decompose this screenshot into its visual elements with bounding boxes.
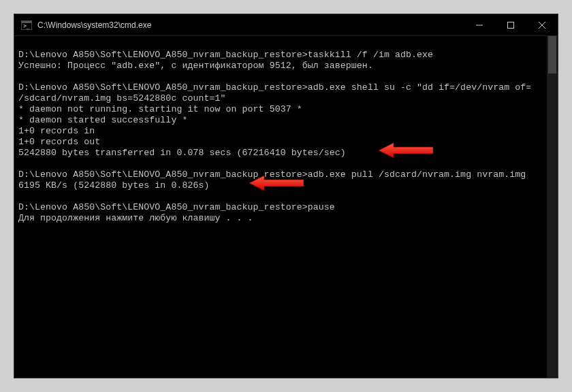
minimize-button[interactable]: [464, 14, 495, 35]
terminal-line: [18, 191, 554, 202]
svg-text:>_: >_: [23, 23, 30, 29]
titlebar[interactable]: >_ C:\Windows\system32\cmd.exe: [14, 14, 558, 36]
svg-rect-4: [508, 22, 514, 28]
scrollbar[interactable]: [547, 36, 558, 378]
terminal-line: Успешно: Процесс "adb.exe", с идентифика…: [18, 61, 554, 71]
window-controls: [464, 14, 558, 35]
terminal-line: D:\Lenovo A850\Soft\LENOVO_A850_nvram_ba…: [18, 50, 554, 61]
cmd-icon: >_: [21, 20, 32, 30]
terminal-line: * daemon started successfully *: [18, 115, 554, 126]
terminal-output[interactable]: D:\Lenovo A850\Soft\LENOVO_A850_nvram_ba…: [14, 36, 558, 378]
terminal-line: 1+0 records in: [18, 126, 554, 137]
terminal-line: Для продолжения нажмите любую клавишу . …: [18, 213, 554, 224]
terminal-line: [18, 159, 554, 169]
terminal-line: D:\Lenovo A850\Soft\LENOVO_A850_nvram_ba…: [18, 202, 554, 213]
scrollbar-thumb[interactable]: [548, 36, 556, 74]
maximize-button[interactable]: [495, 14, 526, 35]
cmd-window: >_ C:\Windows\system32\cmd.exe D:\Lenovo…: [14, 14, 558, 378]
close-button[interactable]: [526, 14, 558, 35]
terminal-line: D:\Lenovo A850\Soft\LENOVO_A850_nvram_ba…: [18, 82, 554, 93]
terminal-line: 6195 KB/s (5242880 bytes in 0.826s): [18, 180, 554, 191]
terminal-line: * daemon not running. starting it now on…: [18, 104, 554, 115]
terminal-line: [18, 39, 554, 50]
terminal-line: /sdcard/nvram.img bs=5242880c count=1": [18, 93, 554, 104]
terminal-line: [18, 71, 554, 82]
terminal-line: 5242880 bytes transferred in 0.078 secs …: [18, 148, 554, 159]
window-title: C:\Windows\system32\cmd.exe: [37, 20, 464, 30]
terminal-line: D:\Lenovo A850\Soft\LENOVO_A850_nvram_ba…: [18, 169, 554, 180]
terminal-line: 1+0 records out: [18, 137, 554, 148]
